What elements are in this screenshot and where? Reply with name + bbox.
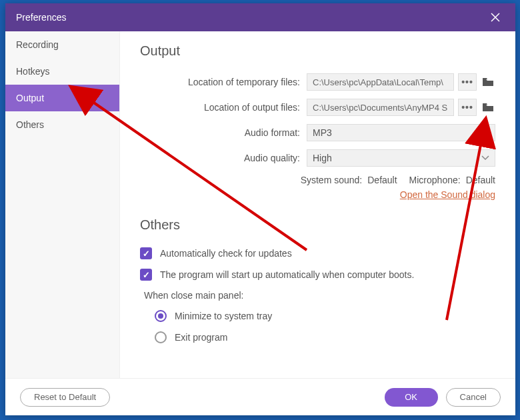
row-check-updates: Automatically check for updates — [140, 247, 495, 259]
more-icon: ••• — [461, 102, 473, 113]
sidebar-item-label: Output — [16, 93, 44, 103]
preferences-dialog: Preferences Recording Hotkeys Output Oth… — [5, 3, 515, 415]
dialog-title: Preferences — [16, 12, 483, 23]
reset-to-default-button[interactable]: Reset to Default — [20, 388, 110, 407]
main-panel: Output Location of temporary files: ••• … — [120, 31, 515, 378]
check-updates-label: Automatically check for updates — [160, 248, 292, 259]
others-heading: Others — [140, 217, 495, 233]
temp-location-label: Location of temporary files: — [140, 77, 307, 87]
sidebar-item-label: Others — [16, 119, 44, 130]
sidebar-item-label: Recording — [16, 39, 59, 50]
audio-quality-select[interactable]: High — [307, 149, 495, 167]
exit-radio-label: Exit program — [175, 332, 227, 343]
autostart-checkbox[interactable] — [140, 269, 152, 281]
check-updates-checkbox[interactable] — [140, 247, 152, 259]
system-sound-label: System sound: — [301, 175, 363, 185]
minimize-radio[interactable] — [155, 310, 167, 322]
row-autostart: The program will start up automatically … — [140, 269, 495, 281]
output-location-open-folder-button[interactable] — [481, 99, 495, 116]
row-temp-location: Location of temporary files: ••• — [140, 73, 495, 91]
more-icon: ••• — [461, 77, 473, 87]
row-radio-exit: Exit program — [155, 331, 495, 343]
row-output-location: Location of output files: ••• — [140, 99, 495, 116]
close-icon — [491, 13, 500, 22]
audio-format-value: MP3 — [313, 127, 332, 138]
dialog-body: Recording Hotkeys Output Others Output L… — [5, 31, 515, 378]
audio-quality-value: High — [313, 153, 332, 163]
row-audio-format: Audio format: MP3 — [140, 124, 495, 141]
minimize-radio-label: Minimize to system tray — [175, 311, 272, 321]
close-button[interactable] — [483, 5, 507, 29]
sidebar-item-hotkeys[interactable]: Hotkeys — [5, 58, 119, 85]
dialog-footer: Reset to Default OK Cancel — [5, 378, 515, 415]
output-location-label: Location of output files: — [140, 102, 307, 113]
chevron-down-icon — [481, 130, 489, 135]
temp-location-more-button[interactable]: ••• — [458, 73, 477, 91]
folder-icon — [482, 77, 494, 87]
sidebar-item-output[interactable]: Output — [5, 85, 119, 111]
row-radio-minimize: Minimize to system tray — [155, 310, 495, 322]
microphone-label: Microphone: — [409, 175, 461, 185]
ok-button[interactable]: OK — [385, 388, 438, 407]
titlebar: Preferences — [5, 3, 515, 31]
audio-format-label: Audio format: — [140, 127, 307, 138]
autostart-label: The program will start up automatically … — [160, 269, 414, 280]
audio-quality-label: Audio quality: — [140, 153, 307, 163]
row-audio-quality: Audio quality: High — [140, 149, 495, 167]
sidebar-item-label: Hotkeys — [16, 66, 50, 77]
output-location-more-button[interactable]: ••• — [458, 99, 477, 116]
temp-location-open-folder-button[interactable] — [481, 73, 495, 91]
close-panel-label: When close main panel: — [144, 290, 495, 301]
sidebar: Recording Hotkeys Output Others — [5, 31, 120, 378]
audio-format-select[interactable]: MP3 — [307, 124, 495, 141]
output-heading: Output — [140, 43, 495, 59]
sidebar-item-others[interactable]: Others — [5, 111, 119, 138]
microphone-value: Default — [466, 175, 495, 185]
temp-location-input[interactable] — [307, 73, 454, 91]
open-sound-dialog-link[interactable]: Open the Sound dialog — [400, 189, 495, 200]
output-location-input[interactable] — [307, 99, 454, 116]
cancel-button[interactable]: Cancel — [446, 388, 501, 407]
row-sound-status: System sound: Default Microphone: Defaul… — [140, 175, 495, 185]
sidebar-item-recording[interactable]: Recording — [5, 31, 119, 58]
system-sound-value: Default — [367, 175, 397, 185]
chevron-down-icon — [481, 155, 489, 161]
exit-radio[interactable] — [155, 331, 167, 343]
folder-icon — [482, 103, 494, 112]
